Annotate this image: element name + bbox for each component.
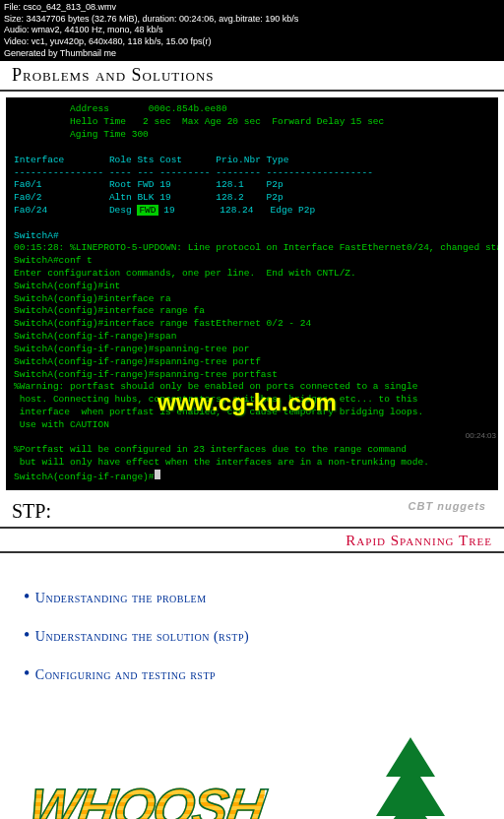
slide-stp: CBT nuggets STP: Rapid Spanning Tree Und… — [0, 496, 504, 819]
term-row: Fa0/24 Desg FWD 19 128.24 Edge P2p — [14, 205, 315, 216]
term-line: SwitchA(config)#interface range fastEthe… — [14, 318, 311, 329]
meta-generated: Generated by Thumbnail me — [4, 48, 500, 60]
rapid-spanning-tree-title: Rapid Spanning Tree — [0, 529, 504, 553]
tree-icon — [356, 737, 465, 819]
meta-video: Video: vc1, yuv420p, 640x480, 118 kb/s, … — [4, 36, 500, 48]
term-line: SwitchA(config-if-range)#spanning-tree p… — [14, 344, 249, 354]
bullet-item: Understanding the solution (rstp) — [24, 625, 480, 646]
slide1-title: Problems and Solutions — [0, 61, 504, 92]
slide-problems-solutions: Problems and Solutions CBT nuggets Addre… — [0, 61, 504, 489]
slide2-accent: CBT nuggets — [409, 500, 486, 512]
terminal-output: Address 000c.854b.ee80 Hello Time 2 sec … — [6, 97, 498, 489]
term-line: SwitchA(config-if-range)#span — [14, 331, 176, 342]
file-metadata: File: csco_642_813_08.wmv Size: 34347706… — [0, 0, 504, 61]
term-prompt: SwitchA# — [14, 230, 59, 241]
term-line: Use with CAUTION — [14, 419, 109, 430]
meta-file: File: csco_642_813_08.wmv — [4, 2, 500, 14]
meta-size: Size: 34347706 bytes (32.76 MiB), durati… — [4, 14, 500, 26]
timestamp-1: 00:24:03 — [466, 431, 496, 440]
meta-audio: Audio: wmav2, 44100 Hz, mono, 48 kb/s — [4, 25, 500, 36]
term-line: SwitchA#conf t — [14, 255, 93, 266]
term-line: %Portfast will be configured in 23 inter… — [14, 444, 407, 455]
term-line: 00:15:28: %LINEPROTO-5-UPDOWN: Line prot… — [14, 242, 498, 253]
term-separator: ---------------- ---- --- --------- ----… — [14, 167, 373, 178]
term-row: Fa0/2 Altn BLK 19 128.2 P2p — [14, 192, 284, 203]
term-highlight: FWD — [137, 205, 158, 216]
term-line: Address 000c.854b.ee80 — [14, 103, 227, 114]
term-line: SwitchA(config-if-range)#spanning-tree p… — [14, 356, 261, 367]
term-line: SwitchA(config)#interface range fa — [14, 305, 205, 316]
bullet-item: Configuring and testing rstp — [24, 663, 480, 684]
whoosh-text: WHOOSH — [26, 777, 268, 819]
bullet-item: Understanding the problem — [24, 587, 480, 607]
term-line: SwitchA(config-if-range)#spanning-tree p… — [14, 369, 278, 380]
cursor-icon — [155, 470, 160, 479]
term-line: SwitchA(config-if-range)# — [14, 472, 160, 482]
term-line: Aging Time 300 — [14, 129, 149, 140]
term-line: SwitchA(config)#interface ra — [14, 293, 171, 304]
term-line: SwitchA(config)#int — [14, 281, 120, 291]
bullet-list: Understanding the problem Understanding … — [0, 553, 504, 718]
term-line: Hello Time 2 sec Max Age 20 sec Forward … — [14, 116, 384, 127]
term-line: Enter configuration commands, one per li… — [14, 268, 356, 279]
svg-marker-0 — [366, 737, 455, 819]
term-headers: Interface Role Sts Cost Prio.Nbr Type — [14, 155, 288, 165]
term-row: Fa0/1 Root FWD 19 128.1 P2p — [14, 179, 284, 190]
whoosh-graphic: WHOOSH 00:24:05 — [0, 727, 504, 819]
term-line: but will only have effect when the inter… — [14, 457, 429, 468]
watermark-text: www.cg-ku.com — [158, 389, 337, 416]
